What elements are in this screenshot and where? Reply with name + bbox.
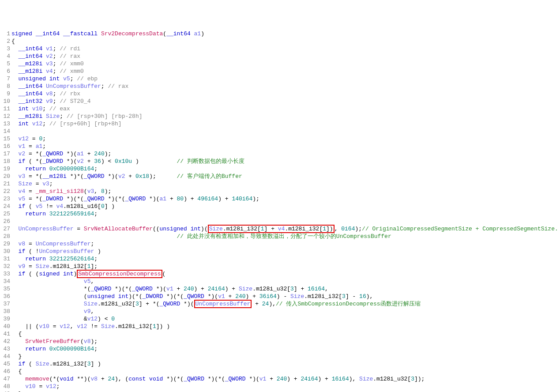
code-content[interactable]: v1 = a1; xyxy=(11,143,560,150)
code-line[interactable]: 19 return 0xC000090Bi64; xyxy=(0,165,560,173)
code-content[interactable]: if ( Size.m128i_i32[3] ) xyxy=(11,360,560,368)
code-content[interactable]: SrvNetFreeBuffer(v8); xyxy=(11,338,560,345)
code-content[interactable]: int v12; // [rsp+60h] [rbp+8h] xyxy=(11,120,560,128)
code-line[interactable]: 38 v9, xyxy=(0,308,560,315)
code-line[interactable]: 47 memmove(*(void **)(v8 + 24), (const v… xyxy=(0,375,560,383)
code-line[interactable]: 30 if ( !UnCompressBuffer ) xyxy=(0,248,560,255)
code-content[interactable]: } xyxy=(11,353,560,360)
code-line[interactable]: 28 // 此处并没有检查相加和，导致整数溢出，分配了一个较小的UnCompre… xyxy=(0,233,560,240)
code-content[interactable]: if ( *(_DWORD *)(v2 + 36) < 0x10u ) // 判… xyxy=(11,158,560,165)
code-line[interactable]: 6 __m128i v4; // xmm0 xyxy=(0,68,560,75)
code-line[interactable]: 26 xyxy=(0,218,560,225)
code-line[interactable]: 20 v3 = *(__m128i *)*(_QWORD *)(v2 + 0x1… xyxy=(0,173,560,180)
code-line[interactable]: 24 if ( v5 != v4.m128i_u16[0] ) xyxy=(0,203,560,210)
code-line[interactable]: 32 v9 = Size.m128i_i32[1]; xyxy=(0,263,560,270)
code-content[interactable]: { xyxy=(11,368,560,375)
code-content[interactable]: __int32 v9; // ST20_4 xyxy=(11,98,560,105)
code-content[interactable]: UnCompressBuffer = SrvNetAllocateBuffer(… xyxy=(11,225,560,233)
code-line[interactable]: 11 int v10; // eax xyxy=(0,105,560,113)
code-content[interactable]: __m128i v3; // xmm0 xyxy=(11,60,560,68)
code-content[interactable]: return 3221225626i64; xyxy=(11,255,560,263)
code-line[interactable]: 34 v5, xyxy=(0,278,560,285)
code-line[interactable]: 43 return 0xC000090Bi64; xyxy=(0,345,560,353)
code-line[interactable]: 29 v8 = UnCompressBuffer; xyxy=(0,240,560,248)
code-content[interactable]: // 此处并没有检查相加和，导致整数溢出，分配了一个较小的UnCompressB… xyxy=(11,233,560,240)
code-line[interactable]: 33 if ( (signed int)SmbCompressionDecomp… xyxy=(0,270,560,278)
code-content[interactable]: v5, xyxy=(11,278,560,285)
code-content[interactable]: return 0xC000090Bi64; xyxy=(11,345,560,353)
code-content[interactable]: if ( (signed int)SmbCompressionDecompres… xyxy=(11,270,560,278)
code-content[interactable]: v4 = _mm_srli_si128(v3, 8); xyxy=(11,188,560,195)
code-line[interactable]: 35 *(_QWORD *)(*(_QWORD *)(v1 + 240) + 2… xyxy=(0,285,560,293)
code-content[interactable]: v3 = *(__m128i *)*(_QWORD *)(v2 + 0x18);… xyxy=(11,173,560,180)
code-line[interactable]: 13 int v12; // [rsp+60h] [rbp+8h] xyxy=(0,120,560,128)
code-line[interactable]: 42 SrvNetFreeBuffer(v8); xyxy=(0,338,560,345)
code-line[interactable]: 12 __m128i Size; // [rsp+30h] [rbp-28h] xyxy=(0,113,560,120)
code-content[interactable]: { xyxy=(11,38,560,45)
code-line[interactable]: 14 xyxy=(0,128,560,135)
code-content[interactable]: v9 = Size.m128i_i32[1]; xyxy=(11,263,560,270)
code-content[interactable]: unsigned int v5; // ebp xyxy=(11,75,560,83)
code-content[interactable]: __m128i Size; // [rsp+30h] [rbp-28h] xyxy=(11,113,560,120)
code-view[interactable]: 1signed __int64 __fastcall Srv2Decompres… xyxy=(0,30,560,392)
code-line[interactable]: 44 } xyxy=(0,353,560,360)
code-line[interactable]: 1signed __int64 __fastcall Srv2Decompres… xyxy=(0,30,560,38)
code-content[interactable]: memmove(*(void **)(v8 + 24), (const void… xyxy=(11,375,560,383)
code-content[interactable]: &v12) < 0 xyxy=(11,315,560,323)
code-line[interactable]: 48 v10 = v12; xyxy=(0,383,560,390)
code-line[interactable]: 7 unsigned int v5; // ebp xyxy=(0,75,560,83)
code-line[interactable]: 39 &v12) < 0 xyxy=(0,315,560,323)
code-content[interactable]: __int64 UnCompressBuffer; // rax xyxy=(11,83,560,90)
code-content[interactable]: v5 = *(_DWORD *)(*(_QWORD *)(*(_QWORD *)… xyxy=(11,195,560,203)
code-line[interactable]: 3 __int64 v1; // rdi xyxy=(0,45,560,53)
code-content[interactable]: Size.m128i_u32[3] + *(_QWORD *)(UnCompre… xyxy=(11,300,560,308)
code-content[interactable]: __int64 v8; // rbx xyxy=(11,90,560,98)
code-line[interactable]: 16 v1 = a1; xyxy=(0,143,560,150)
code-content[interactable]: || (v10 = v12, v12 != Size.m128i_i32[1])… xyxy=(11,323,560,330)
code-content[interactable]: (unsigned int)(*(_DWORD *)(*(_QWORD *)(v… xyxy=(11,293,560,300)
code-content[interactable]: Size = v3; xyxy=(11,180,560,188)
code-content[interactable]: __m128i v4; // xmm0 xyxy=(11,68,560,75)
code-line[interactable]: 31 return 3221225626i64; xyxy=(0,255,560,263)
code-line[interactable]: 41 { xyxy=(0,330,560,338)
code-line[interactable]: 40 || (v10 = v12, v12 != Size.m128i_i32[… xyxy=(0,323,560,330)
code-content[interactable]: signed __int64 __fastcall Srv2Decompress… xyxy=(11,30,560,38)
code-content[interactable]: __int64 v1; // rdi xyxy=(11,45,560,53)
code-line[interactable]: 5 __m128i v3; // xmm0 xyxy=(0,60,560,68)
code-line[interactable]: 21 Size = v3; xyxy=(0,180,560,188)
code-content[interactable]: v8 = UnCompressBuffer; xyxy=(11,240,560,248)
code-content[interactable]: __int64 v2; // rax xyxy=(11,53,560,60)
code-line[interactable]: 22 v4 = _mm_srli_si128(v3, 8); xyxy=(0,188,560,195)
line-number: 43 xyxy=(0,345,11,353)
code-content[interactable]: *(_QWORD *)(*(_QWORD *)(v1 + 240) + 24i6… xyxy=(11,285,560,293)
code-line[interactable]: 8 __int64 UnCompressBuffer; // rax xyxy=(0,83,560,90)
code-line[interactable]: 4 __int64 v2; // rax xyxy=(0,53,560,60)
code-content[interactable]: if ( v5 != v4.m128i_u16[0] ) xyxy=(11,203,560,210)
code-line[interactable]: 2{ xyxy=(0,38,560,45)
code-line[interactable]: 9 __int64 v8; // rbx xyxy=(0,90,560,98)
code-content[interactable]: v9, xyxy=(11,308,560,315)
code-content[interactable]: { xyxy=(11,330,560,338)
code-content[interactable]: v12 = 0; xyxy=(11,135,560,143)
code-line[interactable]: 23 v5 = *(_DWORD *)(*(_QWORD *)(*(_QWORD… xyxy=(0,195,560,203)
code-content[interactable]: int v10; // eax xyxy=(11,105,560,113)
code-line[interactable]: 37 Size.m128i_u32[3] + *(_QWORD *)(UnCom… xyxy=(0,300,560,308)
code-content[interactable]: v2 = *(_QWORD *)(a1 + 240); xyxy=(11,150,560,158)
code-content[interactable] xyxy=(11,128,560,135)
code-line[interactable]: 15 v12 = 0; xyxy=(0,135,560,143)
code-content[interactable]: } xyxy=(11,390,560,392)
code-content[interactable]: return 3221225659i64; xyxy=(11,210,560,218)
code-content[interactable]: return 0xC000090Bi64; xyxy=(11,165,560,173)
code-line[interactable]: 27 UnCompressBuffer = SrvNetAllocateBuff… xyxy=(0,225,560,233)
code-line[interactable]: 18 if ( *(_DWORD *)(v2 + 36) < 0x10u ) /… xyxy=(0,158,560,165)
code-content[interactable]: v10 = v12; xyxy=(11,383,560,390)
code-line[interactable]: 45 if ( Size.m128i_i32[3] ) xyxy=(0,360,560,368)
code-line[interactable]: 25 return 3221225659i64; xyxy=(0,210,560,218)
code-line[interactable]: 17 v2 = *(_QWORD *)(a1 + 240); xyxy=(0,150,560,158)
code-line[interactable]: 10 __int32 v9; // ST20_4 xyxy=(0,98,560,105)
code-content[interactable] xyxy=(11,218,560,225)
code-line[interactable]: 46 { xyxy=(0,368,560,375)
code-line[interactable]: 36 (unsigned int)(*(_DWORD *)(*(_QWORD *… xyxy=(0,293,560,300)
code-line[interactable]: 49 } xyxy=(0,390,560,392)
code-content[interactable]: if ( !UnCompressBuffer ) xyxy=(11,248,560,255)
